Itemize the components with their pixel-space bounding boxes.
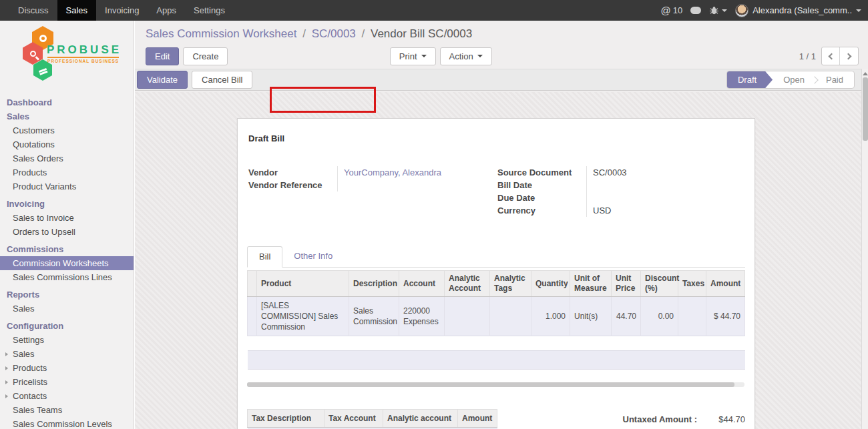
col-unit-of-measure[interactable]: Unit of Measure: [570, 271, 612, 297]
col-product[interactable]: Product: [257, 271, 349, 297]
status-step-paid[interactable]: Paid: [815, 71, 854, 88]
print-label: Print: [399, 51, 417, 61]
source-document-field-label: Source Document: [496, 166, 587, 179]
cell-discount: 0.00: [641, 297, 678, 336]
scroll-up-arrow-icon[interactable]: [863, 72, 868, 75]
sidebar-item-config-sales[interactable]: Sales: [0, 347, 134, 361]
bill-date-field-value: [587, 179, 593, 191]
col-tax-description[interactable]: Tax Description: [248, 410, 324, 428]
form-statusbar: Validate Cancel Bill Draft Open Paid: [135, 69, 868, 91]
sidebar-item-sales-commission-levels[interactable]: Sales Commission Levels: [0, 417, 134, 429]
sidebar-item-config-contacts[interactable]: Contacts: [0, 389, 134, 403]
col-tax-analytic-account[interactable]: Analytic account: [383, 410, 458, 428]
sidebar-menu: Dashboard Sales Customers Quotations Sal…: [0, 95, 134, 429]
sidebar-item-products[interactable]: Products: [0, 165, 134, 179]
sidebar-item-customers[interactable]: Customers: [0, 123, 134, 137]
sidebar-item-label: Pricelists: [13, 377, 47, 387]
currency-field-value: USD: [587, 204, 611, 217]
user-menu[interactable]: Alexandra (Sales_comm..: [735, 4, 861, 17]
col-taxes[interactable]: Taxes: [678, 271, 706, 297]
cell-analytic-account: [445, 297, 490, 336]
tab-bill[interactable]: Bill: [247, 246, 282, 268]
col-quantity[interactable]: Quantity: [531, 271, 570, 297]
tax-and-totals-zone: Tax Description Tax Account Analytic acc…: [247, 409, 745, 429]
vendor-field-value[interactable]: YourCompany, Alexandra: [338, 166, 441, 179]
col-tax-account[interactable]: Tax Account: [324, 410, 383, 428]
vertical-scrollbar[interactable]: [861, 69, 868, 429]
sidebar-item-sales-to-invoice[interactable]: Sales to Invoice: [0, 211, 134, 225]
status-step-open[interactable]: Open: [773, 71, 815, 88]
sidebar-item-orders-to-upsell[interactable]: Orders to Upsell: [0, 225, 134, 239]
create-button[interactable]: Create: [183, 47, 228, 65]
validate-button[interactable]: Validate: [137, 71, 188, 89]
sidebar-item-settings[interactable]: Settings: [0, 333, 134, 347]
breadcrumb: Sales Commission Worksheet / SC/0003 / V…: [146, 27, 859, 41]
sidebar-header-reports[interactable]: Reports: [0, 288, 134, 302]
pager-next-button[interactable]: [840, 47, 858, 65]
debug-menu[interactable]: [709, 5, 727, 15]
invoice-line-row[interactable]: [SALES COMMISSION] Sales Commission Sale…: [248, 297, 745, 336]
status-steps: Draft Open Paid: [726, 71, 855, 89]
sidebar-item-quotations[interactable]: Quotations: [0, 137, 134, 151]
top-menu-discuss[interactable]: Discuss: [9, 0, 57, 21]
col-analytic-account[interactable]: Analytic Account: [445, 271, 490, 297]
top-menu-sales[interactable]: Sales: [57, 0, 97, 21]
breadcrumb-worksheets-link[interactable]: Sales Commission Worksheet: [146, 27, 296, 40]
caret-down-icon: [856, 9, 861, 12]
action-dropdown-button[interactable]: Action: [440, 47, 492, 65]
scrollbar-thumb[interactable]: [863, 77, 868, 141]
sidebar-item-product-variants[interactable]: Product Variants: [0, 179, 134, 193]
col-discount[interactable]: Discount (%): [641, 271, 678, 297]
sidebar-header-configuration[interactable]: Configuration: [0, 319, 134, 333]
breadcrumb-sc0003-link[interactable]: SC/0003: [312, 27, 356, 40]
sidebar-item-config-products[interactable]: Products: [0, 361, 134, 375]
col-description[interactable]: Description: [349, 271, 399, 297]
sidebar-item-sales-teams[interactable]: Sales Teams: [0, 403, 134, 417]
sidebar-header-commissions[interactable]: Commissions: [0, 242, 134, 256]
lines-header-row: Product Description Account Analytic Acc…: [248, 271, 745, 297]
control-panel: Sales Commission Worksheet / SC/0003 / V…: [135, 21, 868, 69]
pager-previous-button[interactable]: [822, 47, 840, 65]
chat-bubble-icon[interactable]: [690, 7, 701, 14]
sidebar-header-sales[interactable]: Sales: [0, 109, 134, 123]
pager-count-label: 1 / 1: [799, 51, 816, 61]
sidebar-item-config-pricelists[interactable]: Pricelists: [0, 375, 134, 389]
sidebar-item-commission-worksheets[interactable]: Commission Worksheets: [0, 256, 134, 270]
sidebar-item-reports-sales[interactable]: Sales: [0, 302, 134, 316]
sidebar-header-invoicing[interactable]: Invoicing: [0, 197, 134, 211]
top-menu-invoicing[interactable]: Invoicing: [96, 0, 148, 21]
top-menu-settings[interactable]: Settings: [185, 0, 234, 21]
tax-value: $0.00: [697, 426, 745, 429]
main-area: Sales Commission Worksheet / SC/0003 / V…: [135, 21, 868, 429]
cancel-bill-button[interactable]: Cancel Bill: [192, 71, 252, 89]
expand-arrow-icon: [5, 352, 8, 356]
mentions-counter[interactable]: @ 10: [660, 5, 682, 16]
cell-uom: Unit(s): [570, 297, 612, 336]
scrollbar-thumb[interactable]: [247, 382, 734, 387]
edit-button[interactable]: Edit: [146, 47, 179, 65]
totals-block: Untaxed Amount : $44.70 Tax : $0.00 Tota…: [575, 409, 745, 429]
cell-unit-price: 44.70: [612, 297, 641, 336]
sidebar-header-dashboard[interactable]: Dashboard: [0, 95, 134, 109]
col-account[interactable]: Account: [399, 271, 445, 297]
col-tax-amount[interactable]: Amount: [458, 410, 497, 428]
table-horizontal-scrollbar[interactable]: [247, 382, 744, 387]
col-amount[interactable]: Amount: [706, 271, 745, 297]
status-step-draft[interactable]: Draft: [727, 71, 773, 88]
sidebar-item-sales-orders[interactable]: Sales Orders: [0, 151, 134, 165]
sidebar-item-sales-commissions-lines[interactable]: Sales Commissions Lines: [0, 270, 134, 284]
col-unit-price[interactable]: Unit Price: [612, 271, 641, 297]
at-icon: @: [660, 5, 670, 16]
col-analytic-tags[interactable]: Analytic Tags: [490, 271, 531, 297]
sidebar-item-label: Sales: [13, 349, 35, 359]
tab-other-info[interactable]: Other Info: [282, 246, 344, 267]
breadcrumb-separator: /: [300, 27, 308, 40]
print-dropdown-button[interactable]: Print: [390, 47, 436, 65]
breadcrumb-current: Vendor Bill SC/0003: [371, 27, 472, 40]
expand-arrow-icon: [5, 366, 8, 370]
top-menu-apps[interactable]: Apps: [148, 0, 185, 21]
expand-arrow-icon: [5, 380, 8, 384]
source-document-field-value: SC/0003: [587, 166, 627, 179]
tax-label: Tax :: [678, 426, 697, 429]
sidebar: PROBUSE PROFESSIONAL BUSINESS Dashboard …: [0, 21, 134, 429]
